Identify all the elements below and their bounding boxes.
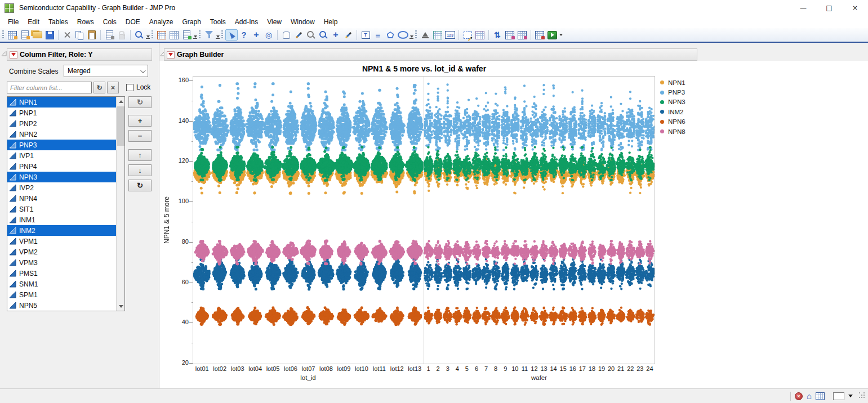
run-script-icon[interactable] xyxy=(546,29,558,41)
menu-edit[interactable]: Edit xyxy=(23,16,44,28)
column-item-npn2[interactable]: NPN2 xyxy=(7,129,116,140)
toolbar-grip[interactable] xyxy=(152,30,153,39)
red-triangle-menu-icon[interactable] xyxy=(10,51,17,59)
move-up-button[interactable]: ↑ xyxy=(128,149,152,161)
toolbar-grip[interactable] xyxy=(2,30,4,39)
formula-editor-icon[interactable] xyxy=(533,29,546,41)
copy-icon[interactable] xyxy=(73,29,86,41)
menu-window[interactable]: Window xyxy=(286,16,319,28)
column-item-pnp4[interactable]: PNP4 xyxy=(7,161,116,172)
scroll-down-icon[interactable] xyxy=(117,302,125,311)
resize-grip-icon[interactable] xyxy=(859,392,866,400)
column-item-npn5[interactable]: NPN5 xyxy=(7,300,116,311)
combine-scales-select[interactable]: Merged xyxy=(64,65,148,77)
search-icon-dropdown[interactable] xyxy=(145,29,150,41)
x-axis-label-lot-id[interactable]: lot_id xyxy=(280,374,336,381)
data-filter-icon-dropdown[interactable] xyxy=(215,29,220,41)
remove-columns-button[interactable]: − xyxy=(128,130,152,142)
column-item-snm1[interactable]: SNM1 xyxy=(7,279,116,289)
line-tool-icon[interactable] xyxy=(342,29,354,41)
lock-checkbox[interactable]: Lock xyxy=(126,83,150,91)
menu-file[interactable]: File xyxy=(3,16,23,28)
column-item-vpm2[interactable]: VPM2 xyxy=(7,247,116,257)
sort-icon[interactable] xyxy=(491,29,504,41)
column-item-sit1[interactable]: SIT1 xyxy=(7,204,116,214)
window-list-icon[interactable] xyxy=(168,29,180,41)
column-item-ivp1[interactable]: IVP1 xyxy=(7,150,116,161)
menu-cols[interactable]: Cols xyxy=(99,16,121,28)
menu-tools[interactable]: Tools xyxy=(206,16,230,28)
new-graph-add-icon[interactable] xyxy=(180,29,193,41)
preferences-icon[interactable] xyxy=(103,29,115,41)
open-with-icon[interactable] xyxy=(19,29,31,41)
data-table-icon[interactable] xyxy=(155,29,168,41)
column-item-vpm3[interactable]: VPM3 xyxy=(7,257,116,268)
column-item-spm1[interactable]: SPM1 xyxy=(7,289,116,300)
menu-doe[interactable]: DOE xyxy=(121,16,145,28)
new-graph-add-icon-dropdown[interactable] xyxy=(193,29,198,41)
legend-item-npn8[interactable]: NPN8 xyxy=(660,127,686,136)
menu-rows[interactable]: Rows xyxy=(73,16,99,28)
menu-tables[interactable]: Tables xyxy=(44,16,73,28)
help-tool-icon[interactable] xyxy=(238,29,250,41)
brush-tool-icon[interactable] xyxy=(292,29,305,41)
jmp-app-icon[interactable] xyxy=(5,3,14,13)
toolbar-grip[interactable] xyxy=(199,30,201,39)
search-icon[interactable] xyxy=(133,29,145,41)
legend-item-npn3[interactable]: NPN3 xyxy=(660,97,686,107)
menu-analyze[interactable]: Analyze xyxy=(145,16,178,28)
collapse-column-filter-icon[interactable] xyxy=(1,51,7,56)
paste-icon[interactable] xyxy=(86,29,98,41)
title-bar[interactable]: Semiconductor Capability - Graph Builder… xyxy=(0,0,868,16)
x-axis-label-wafer[interactable]: wafer xyxy=(511,374,567,381)
lines-annotation-icon[interactable] xyxy=(372,29,384,41)
distribution-icon[interactable] xyxy=(419,29,431,41)
column-item-ivp2[interactable]: IVP2 xyxy=(7,182,116,193)
toolbar-grip[interactable] xyxy=(415,30,417,39)
swap-button[interactable]: ↻ xyxy=(128,180,152,191)
column-item-pms1[interactable]: PMS1 xyxy=(7,268,116,279)
lasso-tool-icon[interactable] xyxy=(305,29,317,41)
close-button[interactable]: × xyxy=(842,0,868,16)
filter-column-input[interactable] xyxy=(7,82,92,93)
refresh-list-button[interactable]: ↻ xyxy=(128,96,152,108)
split-tables-icon[interactable] xyxy=(516,29,528,41)
column-item-pnp2[interactable]: PNP2 xyxy=(7,118,116,129)
add-columns-button[interactable]: + xyxy=(128,115,152,127)
clear-filter-button[interactable]: × xyxy=(107,82,119,93)
cut-icon[interactable] xyxy=(61,29,73,41)
lock-icon[interactable] xyxy=(115,29,128,41)
menu-graph[interactable]: Graph xyxy=(177,16,205,28)
column-filter-header[interactable]: Column Filter, Role: Y xyxy=(7,48,152,61)
menu-help[interactable]: Help xyxy=(319,16,342,28)
window-thumbnail-box[interactable] xyxy=(833,392,844,400)
plus-tool-icon[interactable] xyxy=(330,29,342,41)
list-scrollbar[interactable] xyxy=(116,97,124,311)
column-item-pnp3[interactable]: PNP3 xyxy=(7,140,116,150)
join-tables-icon[interactable] xyxy=(504,29,516,41)
column-item-pnp1[interactable]: PNP1 xyxy=(7,108,116,118)
column-item-npn3[interactable]: NPN3 xyxy=(7,172,116,182)
data-filter-icon[interactable] xyxy=(203,29,215,41)
hand-tool-icon[interactable] xyxy=(280,29,292,41)
column-item-inm2[interactable]: INM2 xyxy=(7,225,116,236)
column-item-npn4[interactable]: NPN4 xyxy=(7,193,116,204)
legend-item-npn6[interactable]: NPN6 xyxy=(660,117,686,127)
oval-annotation-icon-dropdown[interactable] xyxy=(409,29,414,41)
new-data-table-icon[interactable] xyxy=(6,29,19,41)
scroll-thumb[interactable] xyxy=(117,106,124,146)
home-window-icon[interactable] xyxy=(807,392,812,400)
refresh-filter-button[interactable]: ↻ xyxy=(94,82,105,93)
column-item-vpm1[interactable]: VPM1 xyxy=(7,236,116,247)
crosshair-tool-icon[interactable] xyxy=(262,29,275,41)
legend-item-npn1[interactable]: NPN1 xyxy=(660,78,686,87)
formula-123-icon[interactable] xyxy=(444,29,456,41)
legend-item-pnp3[interactable]: PNP3 xyxy=(660,87,686,97)
scroll-up-icon[interactable] xyxy=(117,97,125,106)
toolbar-overflow-icon[interactable] xyxy=(558,29,564,41)
graph-builder-header[interactable]: Graph Builder xyxy=(164,48,697,61)
menu-view[interactable]: View xyxy=(262,16,286,28)
menu-addins[interactable]: Add-Ins xyxy=(230,16,262,28)
move-down-button[interactable]: ↓ xyxy=(128,164,152,176)
clear-row-states-icon[interactable] xyxy=(795,392,803,400)
